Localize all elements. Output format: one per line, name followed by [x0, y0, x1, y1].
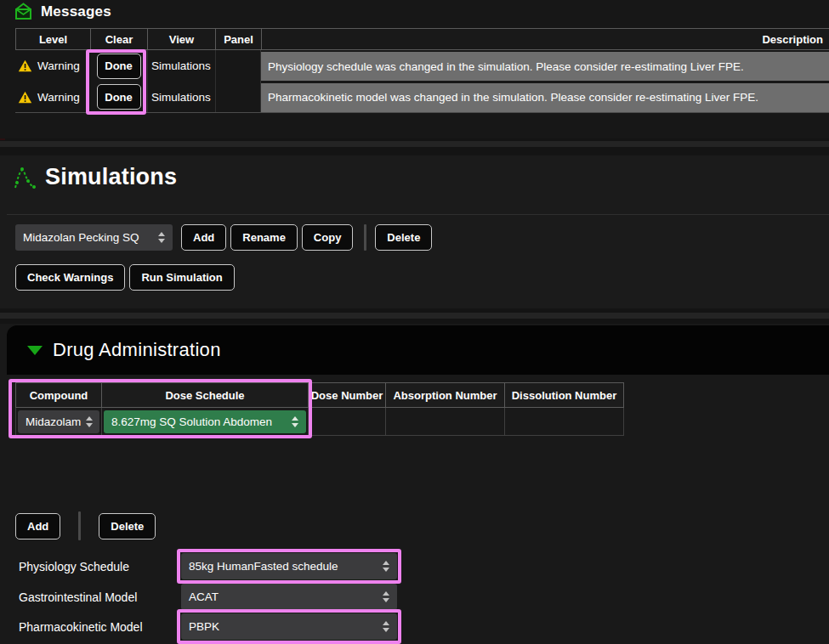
- message-view-cell[interactable]: Simulations: [147, 50, 215, 82]
- messages-panel: Messages Level Clear View Panel Descript…: [0, 0, 829, 138]
- pharmacokinetic-model-value: PBPK: [189, 620, 219, 633]
- spinner-arrows-icon[interactable]: [287, 416, 306, 427]
- gastrointestinal-model-selector[interactable]: ACAT: [181, 584, 397, 610]
- check-warnings-button[interactable]: Check Warnings: [15, 264, 125, 291]
- spinner-arrows-icon[interactable]: [378, 591, 397, 602]
- col-header-description[interactable]: Description: [261, 29, 829, 49]
- compound-selector-value: Midazolam: [26, 415, 81, 428]
- curve-icon: [14, 164, 37, 190]
- simulations-title: Simulations: [45, 164, 177, 190]
- message-panel-cell: [215, 50, 261, 82]
- pharmacokinetic-model-row: Pharmacokinetic Model PBPK: [0, 613, 829, 640]
- message-view-cell[interactable]: Simulations: [147, 82, 215, 112]
- done-button[interactable]: Done: [97, 54, 141, 79]
- message-panel-cell: [215, 82, 261, 112]
- dose-schedule-selector[interactable]: 8.627mg SQ Solution Abdomen: [104, 410, 306, 433]
- drug-administration-panel: Drug Administration Compound Dose Schedu…: [0, 324, 829, 644]
- dissolution-number-cell[interactable]: [504, 408, 624, 436]
- messages-table-header: Level Clear View Panel Description: [15, 28, 829, 50]
- spinner-arrows-icon[interactable]: [378, 561, 397, 572]
- drug-administration-header[interactable]: Drug Administration: [7, 325, 829, 375]
- absorption-number-cell[interactable]: [385, 408, 504, 436]
- copy-simulation-button[interactable]: Copy: [302, 224, 354, 251]
- col-header-view[interactable]: View: [147, 29, 215, 49]
- envelope-icon: [14, 3, 33, 20]
- simulations-titlebar: Simulations: [14, 164, 177, 190]
- gastrointestinal-model-label: Gastrointestinal Model: [19, 584, 137, 610]
- dose-schedule-cell: 8.627mg SQ Solution Abdomen: [101, 408, 308, 436]
- drug-administration-table: Compound Dose Schedule Dose Number Absor…: [15, 382, 624, 436]
- run-simulation-button[interactable]: Run Simulation: [129, 264, 234, 291]
- dose-schedule-selector-value: 8.627mg SQ Solution Abdomen: [111, 415, 272, 428]
- message-description-text: Pharmacokinetic model was changed in the…: [261, 83, 829, 112]
- message-clear-cell: Done: [90, 50, 147, 82]
- col-header-level[interactable]: Level: [15, 29, 90, 49]
- divider: [7, 214, 829, 215]
- message-description-text: Physiology schedule was changed in the s…: [261, 52, 829, 81]
- compound-selector[interactable]: Midazolam: [18, 410, 99, 433]
- delete-simulation-button[interactable]: Delete: [375, 224, 432, 251]
- message-row: Warning Done Simulations Pharmacokinetic…: [15, 82, 829, 113]
- rename-simulation-button[interactable]: Rename: [230, 224, 298, 251]
- collapse-triangle-icon[interactable]: [27, 346, 43, 355]
- message-level-text: Warning: [37, 91, 80, 104]
- messages-table: Level Clear View Panel Description Warni…: [15, 28, 829, 113]
- simulations-panel: Simulations Midazolan Pecking SQ Add Ren…: [0, 155, 829, 308]
- gastrointestinal-model-row: Gastrointestinal Model ACAT: [0, 584, 829, 610]
- add-simulation-button[interactable]: Add: [181, 224, 226, 251]
- message-description-cell: Physiology schedule was changed in the s…: [261, 50, 829, 82]
- message-row: Warning Done Simulations Physiology sche…: [15, 50, 829, 82]
- col-header-absorption-number[interactable]: Absorption Number: [385, 382, 504, 408]
- physiology-schedule-selector[interactable]: 85kg HumanFasted schedule: [181, 553, 397, 579]
- toolbar-divider: [364, 224, 366, 251]
- warning-icon: [18, 59, 32, 72]
- physiology-schedule-label: Physiology Schedule: [19, 553, 129, 579]
- drug-table-row: Midazolam 8.627mg SQ Solution Abdomen: [15, 408, 624, 436]
- message-level-text: Warning: [37, 59, 80, 72]
- spinner-arrows-icon[interactable]: [153, 232, 173, 243]
- messages-title: Messages: [41, 3, 111, 20]
- done-button[interactable]: Done: [97, 84, 141, 110]
- pharmacokinetic-model-label: Pharmacokinetic Model: [19, 613, 143, 640]
- simulation-selector[interactable]: Midazolan Pecking SQ: [15, 224, 173, 251]
- message-description-cell: Pharmacokinetic model was changed in the…: [261, 82, 829, 112]
- panel-separator: [0, 141, 829, 147]
- col-header-dissolution-number[interactable]: Dissolution Number: [504, 382, 624, 408]
- spinner-arrows-icon[interactable]: [378, 621, 397, 632]
- toolbar-divider: [78, 511, 81, 540]
- compound-cell: Midazolam: [15, 408, 101, 436]
- app-window: { "colors": { "highlight": "#ee82ee", "a…: [0, 0, 829, 644]
- pharmacokinetic-model-selector[interactable]: PBPK: [181, 613, 397, 640]
- drug-table-buttons: Add Delete: [15, 511, 156, 540]
- messages-titlebar: Messages: [14, 3, 111, 20]
- physiology-schedule-value: 85kg HumanFasted schedule: [189, 560, 338, 573]
- drug-table-header: Compound Dose Schedule Dose Number Absor…: [15, 382, 624, 408]
- panel-separator: [0, 313, 829, 319]
- col-header-compound[interactable]: Compound: [15, 382, 101, 408]
- delete-row-button[interactable]: Delete: [99, 513, 156, 539]
- spinner-arrows-icon[interactable]: [81, 416, 100, 427]
- simulations-toolbar-secondary: Check Warnings Run Simulation: [15, 264, 235, 291]
- dose-number-cell[interactable]: [308, 408, 385, 436]
- simulation-selector-value: Midazolan Pecking SQ: [23, 231, 139, 244]
- gastrointestinal-model-value: ACAT: [189, 590, 219, 603]
- col-header-panel[interactable]: Panel: [215, 29, 261, 49]
- col-header-dose-schedule[interactable]: Dose Schedule: [101, 382, 308, 408]
- message-clear-cell: Done: [90, 82, 147, 112]
- col-header-clear[interactable]: Clear: [90, 29, 147, 49]
- simulations-toolbar: Midazolan Pecking SQ Add Rename Copy Del…: [15, 224, 432, 251]
- warning-icon: [18, 91, 32, 104]
- add-row-button[interactable]: Add: [15, 513, 60, 539]
- message-level-cell: Warning: [15, 50, 90, 82]
- message-level-cell: Warning: [15, 82, 90, 112]
- drug-administration-title: Drug Administration: [53, 339, 221, 361]
- col-header-dose-number[interactable]: Dose Number: [308, 382, 385, 408]
- physiology-schedule-row: Physiology Schedule 85kg HumanFasted sch…: [0, 553, 829, 579]
